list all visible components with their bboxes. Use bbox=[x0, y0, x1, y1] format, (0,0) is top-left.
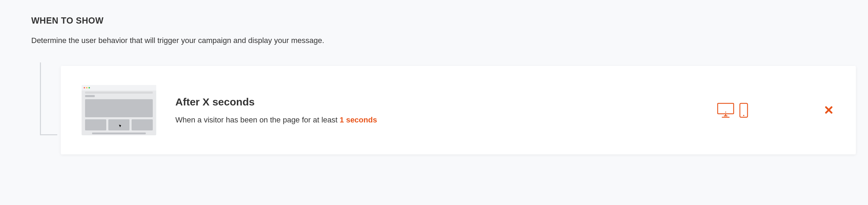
svg-point-4 bbox=[725, 111, 726, 112]
remove-trigger-button[interactable] bbox=[823, 104, 835, 117]
device-icons bbox=[717, 103, 748, 118]
trigger-card[interactable]: Time After X seconds When a visitor has … bbox=[61, 66, 856, 154]
desktop-icon[interactable] bbox=[717, 103, 734, 118]
tree-connector bbox=[40, 62, 57, 135]
trigger-subtitle: When a visitor has been on the page for … bbox=[175, 116, 698, 125]
section-description: Determine the user behavior that will tr… bbox=[31, 36, 837, 45]
svg-point-6 bbox=[743, 115, 744, 116]
trigger-title: After X seconds bbox=[175, 96, 698, 108]
section-title: WHEN TO SHOW bbox=[31, 16, 837, 26]
trigger-seconds-value[interactable]: 1 seconds bbox=[340, 116, 377, 124]
trigger-text: After X seconds When a visitor has been … bbox=[175, 96, 698, 125]
trigger-subtitle-prefix: When a visitor has been on the page for … bbox=[175, 116, 340, 124]
mobile-icon[interactable] bbox=[739, 103, 748, 118]
close-icon bbox=[825, 104, 833, 116]
trigger-illustration: Time bbox=[82, 85, 156, 135]
